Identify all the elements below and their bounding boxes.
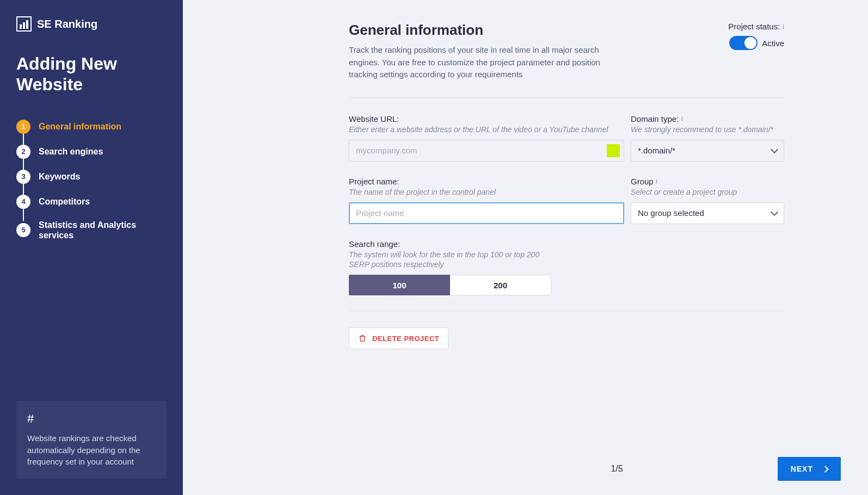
divider <box>349 311 784 311</box>
info-icon[interactable]: i <box>681 114 683 123</box>
group-value: No group selected <box>638 208 704 218</box>
search-range-label: Search range: <box>349 239 784 249</box>
step-general-information[interactable]: 1 General information <box>16 114 167 139</box>
divider <box>349 97 784 98</box>
info-icon[interactable]: i <box>782 22 784 31</box>
project-name-input[interactable] <box>349 202 624 224</box>
group-select[interactable]: No group selected <box>631 202 784 224</box>
website-url-hint: Either enter a website address or the UR… <box>349 125 624 134</box>
chevron-down-icon <box>771 146 778 153</box>
step-number: 2 <box>16 145 30 159</box>
step-number: 3 <box>16 170 30 184</box>
main-content: General information Track the ranking po… <box>183 0 868 495</box>
next-button[interactable]: NEXT <box>778 457 841 481</box>
step-competitors[interactable]: 4 Competitors <box>16 189 167 214</box>
sidebar-title: Adding New Website <box>16 53 167 95</box>
project-status-value: Active <box>762 39 784 48</box>
step-label: Statistics and Analytics services <box>39 220 167 240</box>
project-name-hint: The name of the project in the control p… <box>349 187 624 197</box>
chevron-down-icon <box>771 208 778 216</box>
chevron-right-icon <box>822 466 829 473</box>
sidebar: SE Ranking Adding New Website 1 General … <box>0 0 183 495</box>
step-label: Keywords <box>39 171 80 182</box>
brand-logo: SE Ranking <box>16 16 167 32</box>
group-hint: Select or create a project group <box>631 187 784 197</box>
step-label: Competitors <box>39 196 90 207</box>
footer: 1/5 NEXT <box>393 457 841 481</box>
page-indicator: 1/5 <box>611 464 623 474</box>
brand-name: SE Ranking <box>37 18 97 30</box>
domain-type-hint: We strongly recommend to use *.domain/* <box>631 125 784 134</box>
project-status-label: Project status: i <box>728 22 784 31</box>
hash-icon: # <box>27 412 156 426</box>
trash-icon <box>358 333 367 343</box>
domain-type-label: Domain type: i <box>631 114 784 123</box>
step-list: 1 General information 2 Search engines 3… <box>16 114 167 246</box>
domain-type-value: *.domain/* <box>638 146 675 155</box>
sidebar-info-text: Website rankings are checked automatical… <box>27 432 156 468</box>
domain-type-select[interactable]: *.domain/* <box>631 140 784 162</box>
step-number: 5 <box>16 223 30 237</box>
search-range-200-button[interactable]: 200 <box>450 275 551 295</box>
project-name-label: Project name: <box>349 177 624 186</box>
website-url-input[interactable] <box>349 140 624 162</box>
search-range-group: 100 200 <box>349 275 784 295</box>
bars-icon <box>16 16 32 32</box>
page-description: Track the ranking positions of your site… <box>349 44 626 81</box>
group-label: Group i <box>631 177 784 186</box>
step-statistics[interactable]: 5 Statistics and Analytics services <box>16 214 167 246</box>
search-range-100-button[interactable]: 100 <box>349 275 450 295</box>
delete-project-button[interactable]: DELETE PROJECT <box>349 327 448 349</box>
step-number: 4 <box>16 195 30 209</box>
step-label: Search engines <box>39 146 103 157</box>
step-label: General information <box>39 121 121 132</box>
website-url-label: Website URL: <box>349 114 624 123</box>
step-search-engines[interactable]: 2 Search engines <box>16 139 167 164</box>
page-title: General information <box>349 22 626 39</box>
project-status-toggle[interactable] <box>729 36 758 50</box>
info-icon[interactable]: i <box>656 177 658 185</box>
sidebar-info-box: # Website rankings are checked automatic… <box>16 401 167 479</box>
step-number: 1 <box>16 120 30 134</box>
input-indicator-icon <box>607 144 620 157</box>
step-keywords[interactable]: 3 Keywords <box>16 164 167 189</box>
search-range-hint: The system will look for the site in the… <box>349 250 556 269</box>
